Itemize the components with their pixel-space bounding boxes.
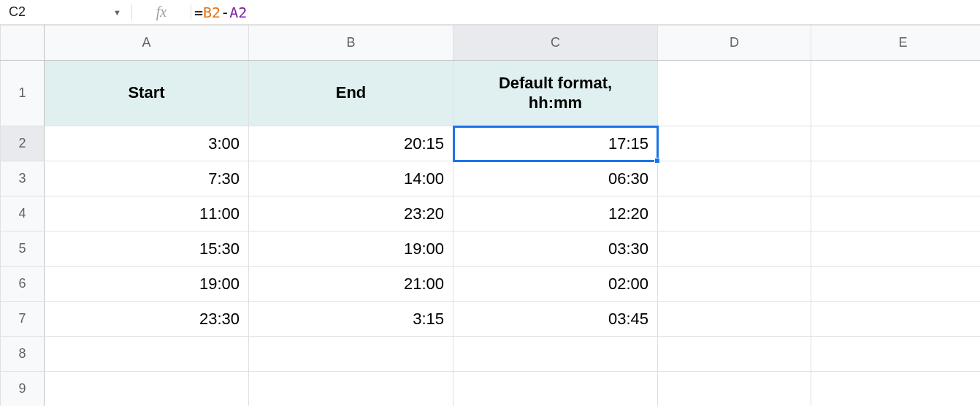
cell-c5[interactable]: 03:30 xyxy=(453,231,658,267)
cell-c9[interactable] xyxy=(453,372,658,407)
cell-c2[interactable]: 17:15 xyxy=(453,126,658,161)
cell-a1[interactable]: Start xyxy=(45,61,249,126)
cell-e7[interactable] xyxy=(811,302,981,337)
col-header-b[interactable]: B xyxy=(249,26,453,61)
cell-c1[interactable]: Default format, hh:mm xyxy=(453,61,658,126)
spreadsheet-grid[interactable]: A B C D E 1 Start End Default format, hh… xyxy=(0,25,980,406)
cell-b9[interactable] xyxy=(249,372,453,407)
cell-a8[interactable] xyxy=(45,337,249,372)
cell-b1[interactable]: End xyxy=(249,61,453,126)
name-box[interactable]: C2 ▼ xyxy=(0,0,131,24)
formula-ref2: A2 xyxy=(229,4,247,21)
cell-e8[interactable] xyxy=(811,337,981,372)
cell-d5[interactable] xyxy=(658,231,811,267)
cell-a5[interactable]: 15:30 xyxy=(45,231,249,267)
row-header-7[interactable]: 7 xyxy=(1,302,45,337)
col-header-e[interactable]: E xyxy=(811,26,981,61)
cell-d8[interactable] xyxy=(658,337,811,372)
select-all-corner[interactable] xyxy=(1,26,45,61)
formula-eq: = xyxy=(194,4,203,21)
cell-d6[interactable] xyxy=(658,267,811,302)
cell-d1[interactable] xyxy=(658,61,811,126)
formula-bar: C2 ▼ fx =B2-A2 xyxy=(0,0,980,25)
row-header-3[interactable]: 3 xyxy=(1,161,45,196)
cell-a6[interactable]: 19:00 xyxy=(45,267,249,302)
fx-icon: fx xyxy=(132,4,191,20)
cell-b4[interactable]: 23:20 xyxy=(249,196,453,231)
row-header-8[interactable]: 8 xyxy=(1,337,45,372)
cell-b3[interactable]: 14:00 xyxy=(249,161,453,196)
cell-b5[interactable]: 19:00 xyxy=(249,231,453,267)
cell-e3[interactable] xyxy=(811,161,981,196)
cell-c6[interactable]: 02:00 xyxy=(453,267,658,302)
cell-e2[interactable] xyxy=(811,126,981,161)
cell-e6[interactable] xyxy=(811,267,981,302)
fill-handle[interactable] xyxy=(654,158,660,164)
cell-d4[interactable] xyxy=(658,196,811,231)
name-box-value: C2 xyxy=(9,4,26,20)
cell-d3[interactable] xyxy=(658,161,811,196)
cell-c7[interactable]: 03:45 xyxy=(453,302,658,337)
cell-c8[interactable] xyxy=(453,337,658,372)
col-header-c[interactable]: C xyxy=(453,26,658,61)
cell-b7[interactable]: 3:15 xyxy=(249,302,453,337)
cell-b2[interactable]: 20:15 xyxy=(249,126,453,161)
col-header-d[interactable]: D xyxy=(658,26,811,61)
cell-c4[interactable]: 12:20 xyxy=(453,196,658,231)
cell-d7[interactable] xyxy=(658,302,811,337)
row-header-1[interactable]: 1 xyxy=(1,61,45,126)
cell-a9[interactable] xyxy=(45,372,249,407)
cell-a4[interactable]: 11:00 xyxy=(45,196,249,231)
name-box-dropdown-icon[interactable]: ▼ xyxy=(113,8,121,17)
cell-a7[interactable]: 23:30 xyxy=(45,302,249,337)
row-header-9[interactable]: 9 xyxy=(1,372,45,407)
cell-e9[interactable] xyxy=(811,372,981,407)
row-header-5[interactable]: 5 xyxy=(1,231,45,267)
cell-a2[interactable]: 3:00 xyxy=(45,126,249,161)
formula-op: - xyxy=(221,4,229,21)
cell-value: 17:15 xyxy=(608,134,648,153)
formula-input[interactable]: =B2-A2 xyxy=(191,4,980,21)
row-header-2[interactable]: 2 xyxy=(1,126,45,161)
cell-e5[interactable] xyxy=(811,231,981,267)
cell-d9[interactable] xyxy=(658,372,811,407)
cell-e1[interactable] xyxy=(811,61,981,126)
cell-d2[interactable] xyxy=(658,126,811,161)
col-header-a[interactable]: A xyxy=(45,26,249,61)
cell-c3[interactable]: 06:30 xyxy=(453,161,658,196)
formula-ref1: B2 xyxy=(203,4,221,21)
cell-a3[interactable]: 7:30 xyxy=(45,161,249,196)
cell-e4[interactable] xyxy=(811,196,981,231)
cell-b8[interactable] xyxy=(249,337,453,372)
row-header-4[interactable]: 4 xyxy=(1,196,45,231)
row-header-6[interactable]: 6 xyxy=(1,267,45,302)
cell-b6[interactable]: 21:00 xyxy=(249,267,453,302)
